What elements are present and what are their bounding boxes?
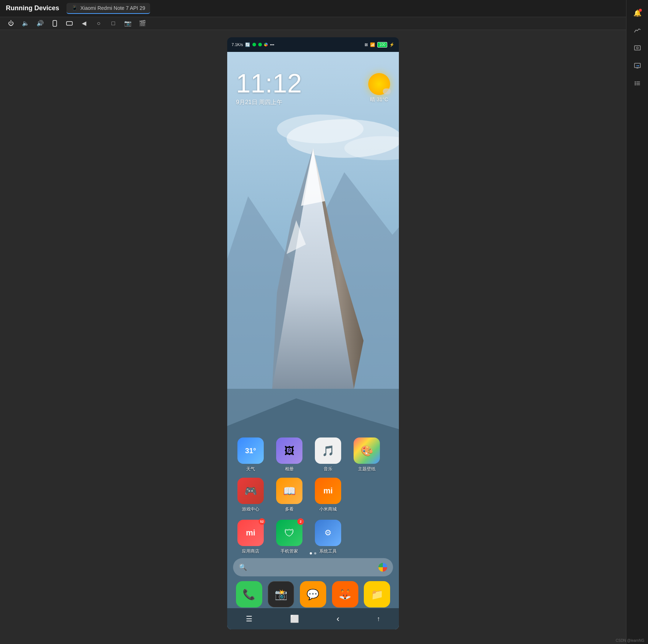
dots-indicator xyxy=(227,552,399,554)
time-block: 11:12 9月21日 周四上午 xyxy=(236,70,302,106)
app-row-1: 31° 天气 🖼 相册 xyxy=(235,437,392,472)
nav-back-button[interactable]: ‹ xyxy=(336,614,339,624)
mi-shop-app-label: 小米商城 xyxy=(319,506,337,512)
app-item-phone-mgr[interactable]: 🛡 2 手机管家 xyxy=(273,520,305,554)
screenshot-button[interactable]: 📷 xyxy=(123,18,133,29)
phone-mgr-app-icon: 🛡 2 xyxy=(276,520,302,546)
app-item-game[interactable]: 🎮 游戏中心 xyxy=(235,478,267,512)
app-item-music[interactable]: 🎵 音乐 xyxy=(312,437,344,472)
music-app-label: 音乐 xyxy=(324,466,332,472)
status-right: ⊠ 📶 100 ⚡ xyxy=(365,42,394,48)
volume-up-button[interactable]: 🔊 xyxy=(35,18,45,29)
theme-app-label: 主题壁纸 xyxy=(358,466,376,472)
appstore-badge: 52 xyxy=(259,518,265,525)
dock-item-files[interactable]: 📁 xyxy=(364,581,390,607)
weather-app-icon: 31° xyxy=(237,437,264,464)
app-item-duokan[interactable]: 📖 多看 xyxy=(273,478,305,512)
app-grid: 31° 天气 🖼 相册 xyxy=(227,437,399,476)
charging-icon: ⚡ xyxy=(389,42,394,47)
nav-square-button[interactable]: ⬜ xyxy=(290,614,299,623)
phone-mgr-badge: 2 xyxy=(297,518,304,525)
dock-item-camera[interactable]: 📸 xyxy=(268,581,294,607)
performance-icon[interactable] xyxy=(630,23,645,38)
svg-rect-17 xyxy=(636,68,639,68)
music-app-icon: 🎵 xyxy=(315,437,341,464)
svg-point-4 xyxy=(277,114,363,143)
app-item-system[interactable]: ⚙ 系统工具 xyxy=(312,520,344,554)
top-bar: Running Devices 📱 Xiaomi Redmi Note 7 AP… xyxy=(0,0,626,17)
right-sidebar: 🔔 xyxy=(626,0,648,644)
rotate-landscape-button[interactable] xyxy=(64,18,75,29)
nav-up-button[interactable]: ↑ xyxy=(377,615,380,623)
screenrecord-button[interactable]: 🎬 xyxy=(137,18,148,29)
signal-icon: 🔄 xyxy=(245,42,250,47)
home-button[interactable]: ○ xyxy=(94,18,104,29)
phone-screen: 7.1K/s 🔄 ••• ⊠ 📶 100 ⚡ xyxy=(227,37,399,629)
notifications-icon-wrap: 🔔 xyxy=(630,6,645,20)
recents-button[interactable]: □ xyxy=(108,18,118,29)
uc-dock-icon: 🦊 xyxy=(332,581,358,607)
notifications-icon[interactable]: 🔔 xyxy=(630,6,645,20)
app-item-album[interactable]: 🖼 相册 xyxy=(273,437,305,472)
app-row-3: mi 52 应用商店 🛡 2 手机管家 xyxy=(235,520,392,554)
system-app-icon: ⚙ xyxy=(315,520,341,546)
dot-multi xyxy=(264,43,268,46)
status-left: 7.1K/s 🔄 ••• xyxy=(232,42,274,47)
files-dock-icon: 📁 xyxy=(364,581,390,607)
date-display: 9月21日 周四上午 xyxy=(236,99,302,106)
app-row-2: 🎮 游戏中心 📖 多看 xyxy=(235,478,392,512)
device-tab[interactable]: 📱 Xiaomi Redmi Note 7 API 29 xyxy=(66,3,150,14)
svg-point-19 xyxy=(638,65,639,67)
appstore-app-icon: mi 52 xyxy=(237,520,264,546)
screenshot-status-icon: ⊠ xyxy=(365,42,368,47)
weather-desc: 晴 31°C xyxy=(370,96,388,103)
phone-container: 7.1K/s 🔄 ••• ⊠ 📶 100 ⚡ xyxy=(225,37,401,637)
power-button[interactable]: ⏻ xyxy=(6,18,16,29)
rotate-portrait-button[interactable] xyxy=(50,18,60,29)
dot-green1 xyxy=(252,43,256,46)
device-tab-icon: 📱 xyxy=(72,5,77,11)
dock-item-uc[interactable]: 🦊 xyxy=(332,581,358,607)
game-app-label: 游戏中心 xyxy=(242,506,259,512)
screen-control-icon[interactable] xyxy=(630,58,645,73)
mi-shop-app-icon: mi xyxy=(315,478,341,504)
dock: 📞 📸 💬 xyxy=(233,581,393,607)
back-button[interactable]: ◀ xyxy=(79,18,89,29)
svg-rect-0 xyxy=(53,20,57,26)
notification-dot xyxy=(639,9,642,12)
svg-rect-16 xyxy=(634,63,640,68)
svg-point-20 xyxy=(634,82,636,83)
app-item-appstore[interactable]: mi 52 应用商店 xyxy=(235,520,267,554)
footer-text: CSDN @learnNG xyxy=(615,639,644,643)
nav-menu-button[interactable]: ☰ xyxy=(246,614,252,623)
toolbar: ⏻ 🔈 🔊 ◀ ○ □ 📷 🎬 xyxy=(0,17,626,30)
dock-item-messenger[interactable]: 💬 xyxy=(300,581,326,607)
dock-item-phone[interactable]: 📞 xyxy=(236,581,262,607)
game-app-icon: 🎮 xyxy=(237,478,264,504)
dot-2 xyxy=(314,552,316,554)
svg-point-22 xyxy=(634,83,636,84)
svg-point-24 xyxy=(634,84,636,86)
app-item-mi-shop[interactable]: mi 小米商城 xyxy=(312,478,344,512)
wifi-icon: 📶 xyxy=(370,42,375,47)
album-app-icon: 🖼 xyxy=(276,437,302,464)
list-icon[interactable] xyxy=(630,76,645,91)
screenshot-sidebar-icon[interactable] xyxy=(630,41,645,56)
duokan-app-label: 多看 xyxy=(285,506,294,512)
device-tab-label: Xiaomi Redmi Note 7 API 29 xyxy=(80,5,145,11)
app-item-weather[interactable]: 31° 天气 xyxy=(235,437,267,472)
album-app-label: 相册 xyxy=(285,466,294,472)
search-bar[interactable]: 🔍 xyxy=(233,558,393,576)
search-icon: 🔍 xyxy=(239,563,247,571)
messenger-dock-icon: 💬 xyxy=(300,581,326,607)
svg-point-15 xyxy=(636,47,638,49)
weather-block: 晴 31°C xyxy=(368,73,390,103)
wallpaper: 11:12 9月21日 周四上午 晴 31°C xyxy=(227,52,399,629)
time-display: 11:12 xyxy=(236,70,302,96)
svg-rect-1 xyxy=(66,22,72,25)
time-weather: 11:12 9月21日 周四上午 晴 31°C xyxy=(227,70,399,106)
svg-rect-14 xyxy=(634,46,640,50)
status-bar: 7.1K/s 🔄 ••• ⊠ 📶 100 ⚡ xyxy=(227,37,399,52)
volume-down-button[interactable]: 🔈 xyxy=(20,18,31,29)
app-item-theme[interactable]: 🎨 主题壁纸 xyxy=(351,437,383,472)
